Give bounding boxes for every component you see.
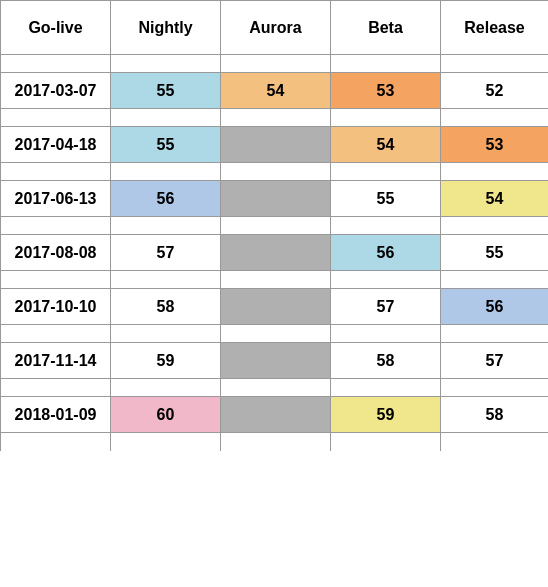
- cell-aurora: [221, 235, 331, 271]
- cell-beta: 53: [331, 73, 441, 109]
- cell-golive: 2017-08-08: [1, 235, 111, 271]
- cell-release: 53: [441, 127, 549, 163]
- header-row: Go-live Nightly Aurora Beta Release: [1, 1, 549, 55]
- header-beta: Beta: [331, 1, 441, 55]
- cell-beta: 54: [331, 127, 441, 163]
- table-row: 2017-11-14595857: [1, 343, 549, 379]
- cell-golive: 2018-01-09: [1, 397, 111, 433]
- spacer-row: [1, 109, 549, 127]
- spacer-row: [1, 271, 549, 289]
- cell-nightly: 58: [111, 289, 221, 325]
- table-row: 2017-10-10585756: [1, 289, 549, 325]
- header-release: Release: [441, 1, 549, 55]
- cell-aurora: 54: [221, 73, 331, 109]
- cell-release: 56: [441, 289, 549, 325]
- spacer-row: [1, 55, 549, 73]
- cell-nightly: 56: [111, 181, 221, 217]
- cell-nightly: 55: [111, 73, 221, 109]
- cell-golive: 2017-11-14: [1, 343, 111, 379]
- spacer-row: [1, 163, 549, 181]
- cell-release: 57: [441, 343, 549, 379]
- header-golive: Go-live: [1, 1, 111, 55]
- cell-aurora: [221, 343, 331, 379]
- cell-golive: 2017-03-07: [1, 73, 111, 109]
- spacer-row: [1, 325, 549, 343]
- cell-aurora: [221, 397, 331, 433]
- cell-beta: 57: [331, 289, 441, 325]
- cell-beta: 58: [331, 343, 441, 379]
- table-row: 2017-08-08575655: [1, 235, 549, 271]
- cell-beta: 59: [331, 397, 441, 433]
- cell-beta: 55: [331, 181, 441, 217]
- header-aurora: Aurora: [221, 1, 331, 55]
- cell-release: 58: [441, 397, 549, 433]
- table-row: 2017-04-18555453: [1, 127, 549, 163]
- table-row: 2017-03-0755545352: [1, 73, 549, 109]
- header-nightly: Nightly: [111, 1, 221, 55]
- cell-nightly: 57: [111, 235, 221, 271]
- cell-nightly: 59: [111, 343, 221, 379]
- cell-golive: 2017-04-18: [1, 127, 111, 163]
- cell-nightly: 55: [111, 127, 221, 163]
- table-row: 2017-06-13565554: [1, 181, 549, 217]
- cell-aurora: [221, 127, 331, 163]
- release-table: Go-live Nightly Aurora Beta Release 2017…: [0, 0, 548, 451]
- cell-nightly: 60: [111, 397, 221, 433]
- spacer-row: [1, 379, 549, 397]
- cell-aurora: [221, 181, 331, 217]
- table-row: 2018-01-09605958: [1, 397, 549, 433]
- cell-release: 55: [441, 235, 549, 271]
- cell-golive: 2017-10-10: [1, 289, 111, 325]
- cell-release: 54: [441, 181, 549, 217]
- cell-golive: 2017-06-13: [1, 181, 111, 217]
- cell-release: 52: [441, 73, 549, 109]
- cell-aurora: [221, 289, 331, 325]
- spacer-row: [1, 217, 549, 235]
- spacer-row: [1, 433, 549, 451]
- cell-beta: 56: [331, 235, 441, 271]
